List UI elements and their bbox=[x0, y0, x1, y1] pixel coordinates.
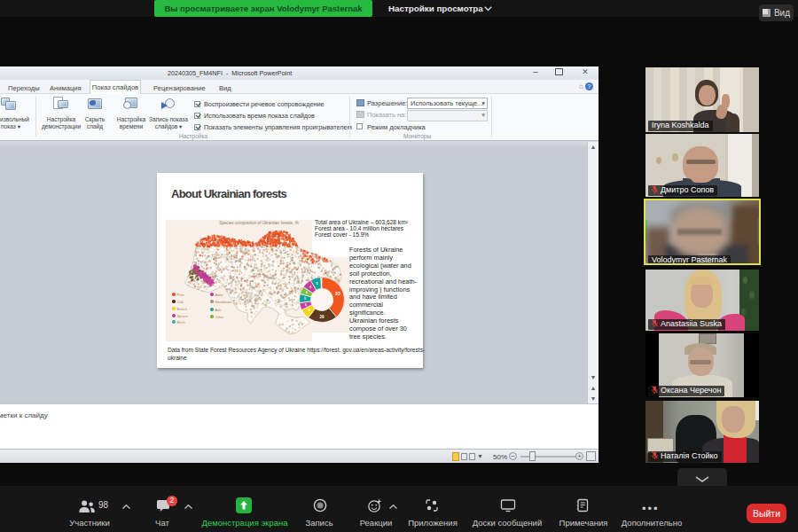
svg-text:33: 33 bbox=[335, 291, 340, 296]
svg-text:4: 4 bbox=[306, 291, 308, 294]
svg-text:5: 5 bbox=[317, 282, 318, 286]
svg-text:29: 29 bbox=[319, 315, 325, 319]
svg-text:9: 9 bbox=[308, 309, 309, 312]
svg-text:6: 6 bbox=[309, 286, 311, 289]
svg-text:6: 6 bbox=[305, 303, 307, 307]
svg-text:5: 5 bbox=[304, 297, 306, 301]
